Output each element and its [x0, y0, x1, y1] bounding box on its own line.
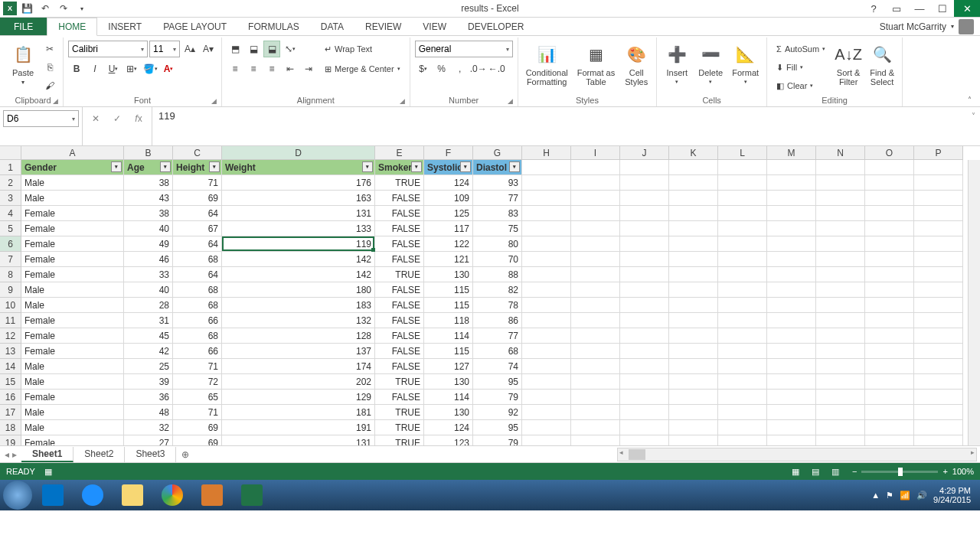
italic-button[interactable]: I — [87, 60, 103, 77]
cell[interactable] — [767, 206, 816, 221]
ribbon-tab-insert[interactable]: INSERT — [97, 18, 152, 35]
cell[interactable] — [620, 191, 669, 206]
user-name[interactable]: Stuart McGarrity — [880, 21, 946, 32]
column-header[interactable]: N — [816, 146, 865, 160]
cell[interactable] — [816, 313, 865, 328]
cell[interactable] — [718, 160, 767, 175]
add-sheet-button[interactable]: ⊕ — [176, 449, 194, 460]
cell[interactable]: 45 — [124, 328, 173, 344]
align-right-icon[interactable]: ≡ — [263, 60, 280, 77]
cell[interactable]: 114 — [424, 390, 473, 405]
cell[interactable] — [522, 252, 571, 267]
cell[interactable]: Female — [21, 435, 124, 446]
conditional-formatting-button[interactable]: 📊Conditional Formatting — [523, 41, 571, 88]
cell[interactable]: 72 — [173, 374, 222, 390]
row-header[interactable]: 2 — [0, 175, 21, 191]
ribbon-tab-formulas[interactable]: FORMULAS — [237, 18, 310, 35]
fill-button[interactable]: ⬇Fill▾ — [772, 59, 830, 76]
row-header[interactable]: 14 — [0, 359, 21, 374]
cell[interactable] — [914, 298, 963, 313]
cell[interactable] — [669, 252, 718, 267]
sheet-nav-next-icon[interactable]: ▸ — [12, 449, 17, 460]
cell[interactable]: 125 — [424, 206, 473, 221]
cell[interactable] — [669, 374, 718, 390]
row-header[interactable]: 11 — [0, 313, 21, 328]
cell[interactable] — [865, 359, 914, 374]
cell[interactable] — [767, 390, 816, 405]
bold-button[interactable]: B — [68, 60, 85, 77]
cell[interactable]: 32 — [124, 420, 173, 435]
cell[interactable] — [816, 374, 865, 390]
tray-clock[interactable]: 4:29 PM 9/24/2015 — [933, 486, 971, 504]
cell[interactable] — [816, 420, 865, 435]
cell[interactable]: 48 — [124, 405, 173, 420]
cell[interactable]: 46 — [124, 252, 173, 267]
cell[interactable] — [914, 359, 963, 374]
cell[interactable] — [669, 191, 718, 206]
cell[interactable] — [718, 236, 767, 252]
cell[interactable]: 78 — [473, 298, 522, 313]
cell[interactable]: 95 — [473, 420, 522, 435]
sort-filter-button[interactable]: A↓ZSort & Filter — [833, 41, 864, 88]
cell[interactable]: 80 — [473, 236, 522, 252]
taskbar-ie-icon[interactable] — [74, 482, 112, 508]
cell[interactable] — [571, 328, 620, 344]
tray-flag-icon[interactable]: ⚑ — [886, 491, 893, 500]
cell[interactable]: 133 — [222, 221, 375, 236]
cell[interactable]: Height▾ — [173, 160, 222, 175]
cell[interactable] — [914, 405, 963, 420]
sheet-tab[interactable]: Sheet1 — [21, 447, 74, 462]
cell[interactable]: Female — [21, 313, 124, 328]
cell[interactable]: FALSE — [375, 344, 424, 359]
cell[interactable]: 191 — [222, 420, 375, 435]
cell[interactable] — [718, 313, 767, 328]
cell[interactable] — [571, 313, 620, 328]
cell[interactable] — [522, 359, 571, 374]
cell[interactable] — [571, 435, 620, 446]
fill-color-icon[interactable]: 🪣▾ — [142, 60, 158, 77]
cell[interactable]: Diastol▾ — [473, 160, 522, 175]
cell[interactable] — [816, 282, 865, 298]
cell[interactable]: 42 — [124, 344, 173, 359]
filter-dropdown-icon[interactable]: ▾ — [411, 161, 422, 172]
align-bottom-icon[interactable]: ⬓ — [263, 41, 280, 57]
cell[interactable] — [620, 435, 669, 446]
cell[interactable]: 38 — [124, 175, 173, 191]
zoom-out-icon[interactable]: − — [852, 467, 857, 476]
qat-undo-icon[interactable]: ↶ — [37, 1, 54, 16]
cell[interactable] — [571, 221, 620, 236]
percent-icon[interactable]: % — [433, 60, 450, 77]
cell[interactable] — [816, 160, 865, 175]
cell[interactable] — [914, 236, 963, 252]
cell[interactable]: 79 — [473, 390, 522, 405]
cell[interactable] — [522, 328, 571, 344]
cell[interactable] — [865, 175, 914, 191]
ribbon-display-icon[interactable]: ▭ — [885, 0, 908, 17]
ribbon-tab-view[interactable]: VIEW — [412, 18, 457, 35]
row-header[interactable]: 16 — [0, 390, 21, 405]
filter-dropdown-icon[interactable]: ▾ — [509, 161, 520, 172]
enter-formula-icon[interactable]: ✓ — [107, 110, 127, 127]
row-header[interactable]: 18 — [0, 420, 21, 435]
wrap-text-button[interactable]: ↵Wrap Text — [320, 41, 405, 57]
cell[interactable]: 181 — [222, 405, 375, 420]
cell[interactable]: Male — [21, 420, 124, 435]
merge-center-button[interactable]: ⊞Merge & Center▾ — [320, 60, 405, 77]
number-format-combo[interactable]: General▾ — [415, 41, 513, 57]
cell[interactable]: Female — [21, 267, 124, 282]
row-header[interactable]: 12 — [0, 328, 21, 344]
cell[interactable]: 33 — [124, 267, 173, 282]
cell[interactable] — [914, 435, 963, 446]
cell[interactable]: FALSE — [375, 359, 424, 374]
cell[interactable] — [718, 344, 767, 359]
dialog-launcher-icon[interactable]: ◢ — [53, 97, 58, 105]
comma-icon[interactable]: , — [452, 60, 469, 77]
cell[interactable]: 128 — [222, 328, 375, 344]
column-header[interactable]: M — [767, 146, 816, 160]
cell[interactable]: Weight▾ — [222, 160, 375, 175]
cell[interactable] — [718, 191, 767, 206]
row-header[interactable]: 6 — [0, 236, 21, 252]
cell[interactable]: 69 — [173, 435, 222, 446]
cell[interactable] — [669, 420, 718, 435]
cell[interactable] — [620, 206, 669, 221]
